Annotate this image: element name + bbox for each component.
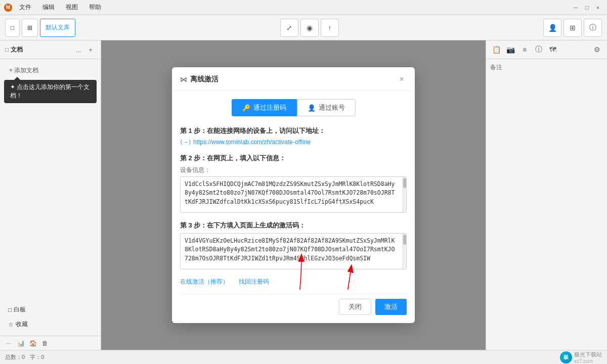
- tooltip-text: ✦ 点击这儿添加你的第一个文档！: [10, 83, 91, 100]
- step2-section: 第 2 步：在网页上，填入以下信息： 设备信息： V1dCclSxSFHIQDC…: [180, 154, 407, 213]
- main-layout: □ 文档 ... + + 添加文档 ✦ 点击这儿添加你的第一个文档！ □ 白板 …: [0, 40, 607, 350]
- footer-more-button[interactable]: ···: [4, 339, 13, 348]
- menu-view[interactable]: 视图: [62, 2, 82, 13]
- menu-help[interactable]: 帮助: [85, 2, 105, 13]
- center-area: ⋈ 离线激活 × 🔑 通过注册码 👤 通过账号: [101, 40, 486, 350]
- step1-label: 第 1 步：在能连接网络的设备上，访问以下地址：: [180, 126, 407, 135]
- library-label: 默认文库: [46, 23, 70, 32]
- sidebar-bottom: □ 白板 ☆ 收藏: [0, 298, 101, 336]
- grid-button[interactable]: ⊞: [563, 19, 582, 37]
- settings-tab[interactable]: ⚙: [591, 43, 603, 56]
- account-icon: 👤: [308, 104, 316, 112]
- info-tab[interactable]: ⓘ: [533, 43, 545, 56]
- favorites-label: 收藏: [16, 320, 28, 329]
- layout-button[interactable]: □: [5, 19, 20, 37]
- step2-field-label: 设备信息：: [180, 166, 407, 174]
- expand-button[interactable]: ⤢: [280, 19, 298, 37]
- close-button[interactable]: ×: [593, 3, 603, 13]
- chart-icon: ⊞: [27, 24, 32, 31]
- step3-label: 第 3 步：在下方填入页面上生成的激活码：: [180, 221, 407, 230]
- add-doc-button[interactable]: + 添加文档: [4, 63, 97, 78]
- modal-title-icon: ⋈: [180, 75, 187, 83]
- info-icon: ⓘ: [589, 23, 596, 32]
- cancel-button[interactable]: 关闭: [339, 299, 371, 315]
- confirm-button[interactable]: 激活: [375, 299, 407, 315]
- notes-tab[interactable]: 📋: [490, 43, 502, 56]
- modal-overlay: ⋈ 离线激活 × 🔑 通过注册码 👤 通过账号: [101, 40, 486, 350]
- toolbar: □ ⊞ 默认文库 ⤢ ◉ ↑ 👤 ⊞ ⓘ: [0, 15, 607, 40]
- info-button[interactable]: ⓘ: [584, 19, 602, 37]
- list-tab[interactable]: ≡: [518, 43, 531, 56]
- sidebar-content: + 添加文档 ✦ 点击这儿添加你的第一个文档！: [0, 59, 101, 298]
- footer-stats-button[interactable]: 📊: [16, 339, 25, 348]
- notes-label: 备注: [490, 63, 603, 72]
- step3-scroll-thumb: [403, 235, 406, 245]
- step3-activation-code[interactable]: V1d4VGYuEKzOeLHucRzice8IMySf82Af82Af82Af…: [181, 234, 402, 269]
- whiteboard-icon: □: [8, 306, 12, 313]
- tab-register-code[interactable]: 🔑 通过注册码: [232, 99, 297, 116]
- menu-file[interactable]: 文件: [15, 2, 35, 13]
- step3-section: 第 3 步：在下方填入页面上生成的激活码： V1d4VGYuEKzOeLHucR…: [180, 221, 407, 269]
- library-button[interactable]: 默认文库: [40, 19, 75, 37]
- sidebar-header: □ 文档 ... +: [0, 40, 101, 59]
- right-sidebar-content: 备注: [486, 59, 607, 350]
- sidebar-add-button[interactable]: +: [85, 44, 96, 55]
- modal-dialog: ⋈ 离线激活 × 🔑 通过注册码 👤 通过账号: [172, 67, 415, 323]
- step2-textarea-wrapper: V1dCclSxSFHIQDCQjmAC7m81MQzdzZS9SKmutZSx…: [180, 176, 407, 213]
- minimize-button[interactable]: ─: [571, 3, 581, 13]
- upload-icon: ↑: [328, 24, 331, 32]
- titlebar-right: ─ □ ×: [571, 3, 603, 13]
- statusbar: 总数：0 字：0 极 极光下载站 xz7.com: [0, 350, 607, 364]
- menu-edit[interactable]: 编辑: [38, 2, 59, 13]
- footer-home-button[interactable]: 🏠: [28, 339, 37, 348]
- eye-icon: ◉: [307, 24, 313, 32]
- step3-scrollbar[interactable]: [402, 234, 406, 269]
- step1-url: https://www.tominlab.com/zh/activate-off…: [193, 139, 311, 146]
- key-icon: 🔑: [242, 104, 250, 112]
- chart-button[interactable]: ⊞: [22, 19, 38, 37]
- step2-scrollbar[interactable]: [402, 177, 406, 212]
- modal-close-button[interactable]: ×: [397, 74, 407, 84]
- status-words: 字：0: [30, 353, 44, 361]
- watermark-logo: 极: [560, 351, 572, 363]
- tooltip-bubble: ✦ 点击这儿添加你的第一个文档！: [4, 80, 97, 103]
- find-code-link[interactable]: 找回注册码: [239, 278, 269, 286]
- maximize-button[interactable]: □: [582, 3, 592, 13]
- whiteboard-label: 白板: [14, 305, 26, 314]
- online-activate-link[interactable]: 在线激活（推荐）: [180, 278, 229, 286]
- right-sidebar-tabs: 📋 📷 ≡ ⓘ 🗺 ⚙: [486, 40, 607, 59]
- view-button[interactable]: ◉: [300, 19, 319, 37]
- app-icon: M: [4, 4, 12, 12]
- step2-device-info[interactable]: V1dCclSxSFHIQDCQjmAC7m81MQzdzZS9SKmutZSx…: [181, 177, 402, 212]
- status-total: 总数：0: [5, 353, 25, 361]
- sidebar-footer: ··· 📊 🏠 🗑: [0, 336, 101, 350]
- user-button[interactable]: 👤: [543, 19, 561, 37]
- layout-icon: □: [11, 24, 14, 31]
- sidebar-whiteboard[interactable]: □ 白板: [4, 302, 97, 317]
- watermark-text: 极光下载站 xz7.com: [574, 351, 602, 364]
- footer-trash-button[interactable]: 🗑: [40, 339, 50, 348]
- modal-header: ⋈ 离线激活 ×: [172, 67, 415, 91]
- titlebar-left: M 文件 编辑 视图 帮助: [4, 2, 105, 13]
- link-icon: ⟨→⟩: [180, 139, 191, 146]
- sidebar-more-button[interactable]: ...: [73, 44, 83, 55]
- step2-label: 第 2 步：在网页上，填入以下信息：: [180, 154, 407, 163]
- photo-tab[interactable]: 📷: [504, 43, 516, 56]
- watermark: 极 极光下载站 xz7.com: [560, 351, 602, 364]
- step1-link[interactable]: ⟨→⟩ https://www.tominlab.com/zh/activate…: [180, 139, 407, 146]
- upload-button[interactable]: ↑: [321, 19, 339, 37]
- step1-section: 第 1 步：在能连接网络的设备上，访问以下地址： ⟨→⟩ https://www…: [180, 126, 407, 146]
- titlebar: M 文件 编辑 视图 帮助 ─ □ ×: [0, 0, 607, 15]
- tab-register-code-label: 通过注册码: [253, 103, 286, 112]
- user-icon: 👤: [548, 24, 557, 32]
- sidebar-favorites[interactable]: ☆ 收藏: [4, 317, 97, 332]
- map-tab[interactable]: 🗺: [547, 43, 559, 56]
- grid-icon: ⊞: [570, 24, 576, 32]
- modal-body: 🔑 通过注册码 👤 通过账号 第 1 步：在能连接网络的设备上，访问以下地址： …: [172, 91, 415, 323]
- modal-footer-links: 在线激活（推荐） 找回注册码: [180, 278, 407, 286]
- modal-tabs: 🔑 通过注册码 👤 通过账号: [180, 99, 407, 116]
- tab-account[interactable]: 👤 通过账号: [297, 99, 356, 116]
- add-doc-label: + 添加文档: [9, 66, 38, 75]
- modal-actions: 关闭 激活: [180, 294, 407, 315]
- expand-icon: ⤢: [286, 24, 292, 32]
